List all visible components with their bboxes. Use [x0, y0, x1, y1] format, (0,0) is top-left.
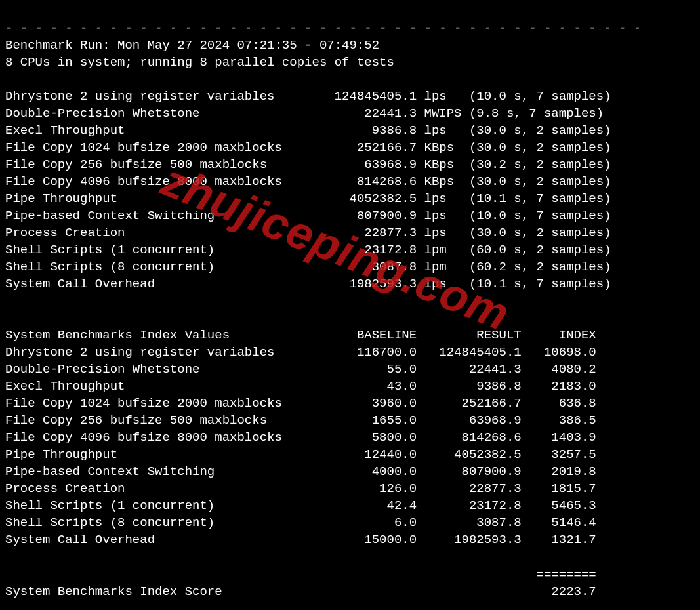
index-values-block: System Benchmarks Index Values BASELINE …: [5, 327, 695, 548]
separator-line: - - - - - - - - - - - - - - - - - - - - …: [5, 21, 641, 35]
benchmark-run-line: Benchmark Run: Mon May 27 2024 07:21:35 …: [5, 38, 379, 52]
test-results-block: Dhrystone 2 using register variables 124…: [5, 88, 695, 293]
cpu-info-line: 8 CPUs in system; running 8 parallel cop…: [5, 55, 394, 70]
score-block: ======== System Benchmarks Index Score 2…: [5, 566, 695, 600]
terminal-output: - - - - - - - - - - - - - - - - - - - - …: [0, 0, 700, 610]
